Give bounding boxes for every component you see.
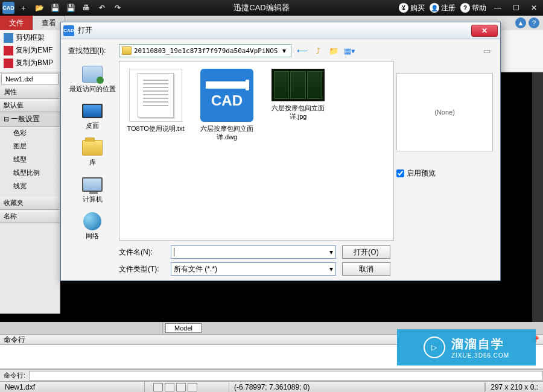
print-icon[interactable]: 🖶 bbox=[80, 1, 93, 14]
statusbar: New1.dxf (-6.78997; 7.361089; 0) 297 x 2… bbox=[0, 381, 543, 392]
dwg-icon: CAD bbox=[200, 69, 253, 122]
places-bar: 最近访问的位置 桌面 库 计算机 网络 bbox=[68, 61, 116, 241]
close-button[interactable]: ✕ bbox=[527, 2, 541, 14]
polar-icon[interactable] bbox=[188, 383, 197, 391]
props-default-head[interactable]: 默认值 bbox=[0, 99, 60, 112]
emf-icon bbox=[4, 46, 13, 55]
txt-icon bbox=[138, 73, 174, 118]
place-recent[interactable]: 最近访问的位置 bbox=[68, 63, 116, 95]
status-coords: (-6.78997; 7.361089; 0) bbox=[229, 382, 485, 392]
minimize-button[interactable]: ― bbox=[491, 2, 504, 14]
command-label: 命令行: bbox=[0, 371, 29, 380]
register-link[interactable]: 👤注册 bbox=[430, 3, 456, 13]
filename-input[interactable]: ▾ bbox=[171, 245, 336, 259]
titlebar: CAD ＋ 📂 💾 💾 🖶 ↶ ↷ 迅捷CAD编辑器 ¥购买 👤注册 ?帮助 ―… bbox=[0, 0, 543, 16]
open-button[interactable]: 打开(O) bbox=[342, 245, 390, 259]
vertical-scrollbar[interactable] bbox=[532, 72, 543, 322]
chevron-down-icon[interactable]: ▾ bbox=[329, 248, 333, 256]
status-dims: 297 x 210 x 0.: bbox=[485, 383, 543, 391]
bmp-icon bbox=[4, 58, 13, 68]
filename-label: 文件名(N): bbox=[119, 247, 165, 258]
preview-pane: (None) 启用预览 bbox=[396, 61, 493, 241]
save-icon[interactable]: 💾 bbox=[48, 1, 62, 14]
undo-icon[interactable]: ↶ bbox=[95, 1, 109, 14]
name-head: 名称 bbox=[0, 210, 60, 223]
properties-panel: New1.dxf 属性 默认值 ⊟ 一般设置 色彩 图层 线型 线型比例 线宽 … bbox=[0, 72, 60, 314]
desktop-icon bbox=[82, 104, 103, 118]
favorites-head: 收藏夹 bbox=[0, 197, 60, 210]
folder-icon bbox=[122, 46, 132, 55]
user-icon: 👤 bbox=[430, 3, 439, 13]
jpg-thumb bbox=[272, 69, 325, 101]
file-item-dwg[interactable]: CAD 六层按摩包间立面详.dwg bbox=[197, 69, 257, 142]
prop-row[interactable]: 线宽 bbox=[0, 180, 60, 193]
preview-toggle-icon[interactable]: ▭ bbox=[481, 45, 493, 57]
computer-icon bbox=[82, 177, 103, 192]
open-dialog: CAD 打开 ✕ 查找范围(I): 20110803_19e1c873f7f97… bbox=[60, 22, 501, 281]
up-icon[interactable]: ⤴ bbox=[312, 45, 324, 57]
prop-row[interactable]: 色彩 bbox=[0, 127, 60, 140]
help-icon[interactable]: ? bbox=[529, 17, 539, 28]
props-general-head[interactable]: ⊟ 一般设置 bbox=[0, 112, 60, 127]
place-library[interactable]: 库 bbox=[68, 137, 116, 169]
prop-row[interactable]: 图层 bbox=[0, 140, 60, 153]
file-list[interactable]: TO8TO使用说明.txt CAD 六层按摩包间立面详.dwg 六层按摩包间立面… bbox=[119, 61, 394, 241]
copy-bmp-button[interactable]: 复制为BMP bbox=[4, 58, 53, 68]
open-icon[interactable]: 📂 bbox=[33, 1, 46, 14]
command-input[interactable] bbox=[29, 371, 543, 381]
grid-icon[interactable] bbox=[165, 383, 174, 391]
app-icon: CAD bbox=[2, 2, 14, 14]
dialog-title: 打开 bbox=[78, 25, 92, 36]
ortho-icon[interactable] bbox=[176, 383, 186, 391]
props-attr-head: 属性 bbox=[0, 86, 60, 99]
new-icon[interactable]: ＋ bbox=[17, 1, 30, 14]
enable-preview-checkbox[interactable]: 启用预览 bbox=[396, 168, 493, 179]
cancel-button[interactable]: 取消 bbox=[342, 262, 390, 276]
recent-icon bbox=[82, 66, 103, 83]
yen-icon: ¥ bbox=[399, 3, 408, 13]
place-desktop[interactable]: 桌面 bbox=[68, 100, 116, 132]
cad-icon: CAD bbox=[63, 25, 74, 36]
path-dropdown[interactable]: 20110803_19e1c873f7f979da50a4VpPiNOS ▾ bbox=[119, 44, 291, 57]
file-item-jpg[interactable]: 六层按摩包间立面详.jpg bbox=[268, 69, 328, 121]
prop-row[interactable]: 线型 bbox=[0, 153, 60, 166]
redo-icon[interactable]: ↷ bbox=[111, 1, 124, 14]
buy-link[interactable]: ¥购买 bbox=[399, 3, 425, 13]
copy-emf-button[interactable]: 复制为EMF bbox=[4, 45, 53, 55]
style-icon[interactable]: ▲ bbox=[515, 17, 526, 28]
place-computer[interactable]: 计算机 bbox=[68, 174, 116, 206]
network-icon bbox=[83, 212, 101, 230]
tab-file[interactable]: 文件 bbox=[0, 16, 33, 30]
new-folder-icon[interactable]: 📁 bbox=[328, 45, 340, 57]
chevron-down-icon[interactable]: ▾ bbox=[280, 46, 288, 55]
prop-row[interactable]: 线型比例 bbox=[0, 166, 60, 180]
model-tab[interactable]: Model bbox=[165, 323, 202, 333]
file-item-txt[interactable]: TO8TO使用说明.txt bbox=[125, 69, 186, 133]
range-label: 查找范围(I): bbox=[68, 46, 114, 56]
app-title: 迅捷CAD编辑器 bbox=[124, 2, 399, 13]
document-tab[interactable]: New1.dxf bbox=[1, 74, 59, 84]
view-mode-icon[interactable]: ▦▾ bbox=[343, 45, 355, 57]
snap-icon[interactable] bbox=[153, 383, 163, 391]
watermark: ▷ 溜溜自学 ZIXUE.3D66.COM bbox=[397, 329, 536, 365]
back-icon[interactable]: ⟵ bbox=[296, 45, 308, 57]
play-icon: ▷ bbox=[424, 337, 445, 358]
dialog-close-button[interactable]: ✕ bbox=[471, 25, 498, 37]
chevron-down-icon[interactable]: ▾ bbox=[329, 265, 333, 273]
cut-frame-button[interactable]: 剪切框架 bbox=[4, 33, 53, 43]
place-network[interactable]: 网络 bbox=[68, 210, 116, 242]
help-link[interactable]: ?帮助 bbox=[460, 3, 486, 13]
saveas-icon[interactable]: 💾 bbox=[64, 1, 77, 14]
preview-box: (None) bbox=[396, 73, 493, 151]
maximize-button[interactable]: ☐ bbox=[509, 2, 522, 14]
filetype-select[interactable]: 所有文件 (*.*)▾ bbox=[171, 262, 336, 276]
preview-checkbox-input[interactable] bbox=[396, 169, 404, 177]
question-icon: ? bbox=[460, 3, 470, 13]
dialog-titlebar: CAD 打开 ✕ bbox=[61, 22, 500, 39]
scissors-icon bbox=[4, 33, 13, 43]
filetype-label: 文件类型(T): bbox=[119, 264, 165, 274]
library-icon bbox=[82, 140, 103, 156]
command-input-row: 命令行: bbox=[0, 369, 543, 381]
status-file: New1.dxf bbox=[0, 382, 145, 392]
